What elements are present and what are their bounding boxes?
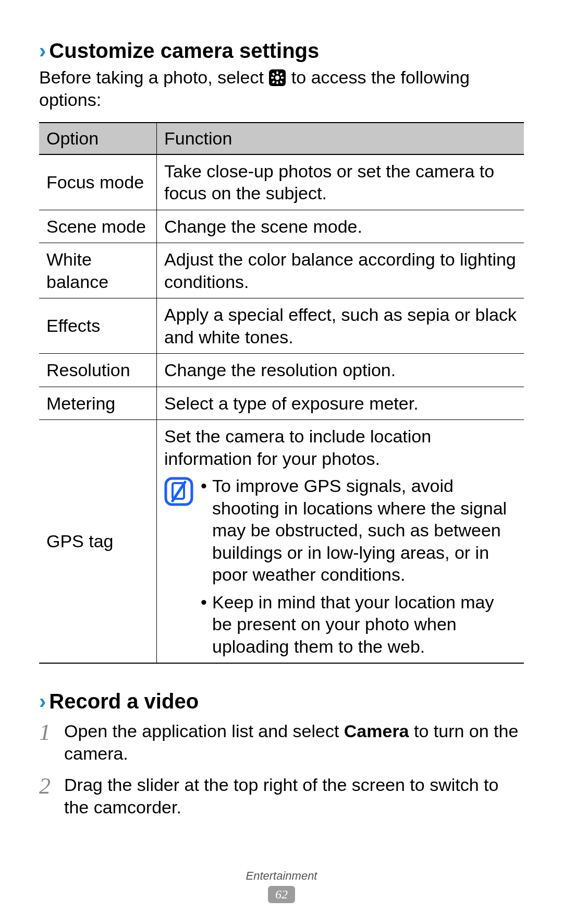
table-row: Scene mode Change the scene mode. — [39, 210, 524, 243]
chevron-right-icon: › — [39, 40, 46, 61]
note-icon — [164, 477, 193, 506]
section-heading-record: › Record a video — [39, 690, 524, 713]
step-item: 2 Drag the slider at the top right of th… — [39, 774, 524, 818]
svg-rect-4 — [271, 77, 274, 79]
options-table: Option Function Focus mode Take close-up… — [39, 122, 524, 664]
td-function: Change the resolution option. — [157, 354, 524, 387]
table-row: Resolution Change the resolution option. — [39, 354, 524, 387]
table-row: White balance Adjust the color balance a… — [39, 243, 524, 298]
table-row: Focus mode Take close-up photos or set t… — [39, 154, 524, 210]
note-list: • To improve GPS signals, avoid shooting… — [201, 475, 517, 657]
td-option: Effects — [39, 298, 156, 354]
section-heading-customize: › Customize camera settings — [39, 39, 524, 62]
intro-before: Before taking a photo, select — [39, 67, 268, 87]
page-number: 62 — [268, 886, 295, 903]
gear-icon — [268, 69, 286, 87]
heading-text: Record a video — [49, 690, 199, 713]
td-option: Focus mode — [39, 154, 156, 210]
td-option: GPS tag — [39, 420, 156, 664]
step-item: 1 Open the application list and select C… — [39, 720, 524, 764]
table-row-gps: GPS tag Set the camera to include locati… — [39, 420, 524, 664]
step-number: 1 — [39, 720, 64, 744]
td-function-gps: Set the camera to include location infor… — [157, 420, 524, 664]
td-function: Take close-up photos or set the camera t… — [157, 154, 524, 210]
td-function: Select a type of exposure meter. — [157, 387, 524, 420]
step-text: Drag the slider at the top right of the … — [64, 774, 524, 818]
svg-rect-5 — [281, 77, 284, 79]
bullet-text: To improve GPS signals, avoid shooting i… — [212, 475, 517, 586]
td-option: Metering — [39, 387, 156, 420]
td-function: Adjust the color balance according to li… — [157, 243, 524, 298]
page-footer: Entertainment 62 — [0, 869, 563, 903]
footer-category: Entertainment — [0, 869, 563, 883]
list-item: • To improve GPS signals, avoid shooting… — [201, 475, 517, 586]
table-row: Metering Select a type of exposure meter… — [39, 387, 524, 420]
svg-point-1 — [275, 76, 279, 80]
steps-list: 1 Open the application list and select C… — [39, 720, 524, 818]
td-option: Scene mode — [39, 210, 156, 243]
td-option: Resolution — [39, 354, 156, 387]
chevron-right-icon: › — [39, 691, 46, 712]
step-text: Open the application list and select Cam… — [64, 720, 524, 764]
td-function: Apply a special effect, such as sepia or… — [157, 298, 524, 354]
note-block: • To improve GPS signals, avoid shooting… — [164, 475, 517, 657]
th-option: Option — [39, 123, 156, 154]
step-number: 2 — [39, 774, 64, 798]
gps-main-text: Set the camera to include location infor… — [164, 425, 517, 470]
svg-rect-2 — [277, 71, 279, 74]
intro-paragraph: Before taking a photo, select to access … — [39, 66, 524, 111]
bullet-icon: • — [201, 591, 212, 658]
th-function: Function — [157, 123, 524, 154]
bullet-text: Keep in mind that your location may be p… — [212, 591, 517, 658]
td-function: Change the scene mode. — [157, 210, 524, 243]
svg-rect-3 — [277, 81, 279, 84]
bullet-icon: • — [201, 475, 212, 586]
heading-text: Customize camera settings — [49, 39, 319, 62]
table-row: Effects Apply a special effect, such as … — [39, 298, 524, 354]
list-item: • Keep in mind that your location may be… — [201, 591, 517, 658]
td-option: White balance — [39, 243, 156, 298]
